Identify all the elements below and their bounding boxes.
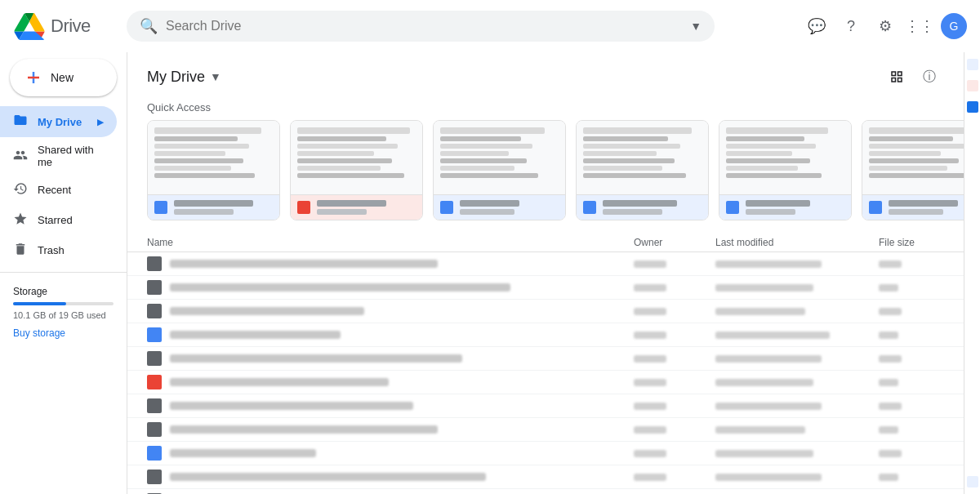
file-modified-cell xyxy=(715,474,879,481)
nav-label-trash: Trash xyxy=(38,244,65,256)
quick-access-label: Quick Access xyxy=(127,98,964,120)
search-input[interactable] xyxy=(166,19,682,33)
file-size-cell xyxy=(879,260,944,268)
logo-area: Drive xyxy=(0,13,127,40)
table-row[interactable] xyxy=(127,418,964,442)
file-size-cell xyxy=(879,284,944,292)
card-thumbnail xyxy=(862,121,964,194)
drive-title-bar: My Drive ▼ ⓘ xyxy=(127,52,964,98)
file-name-blur xyxy=(170,449,316,457)
table-row[interactable] xyxy=(127,252,964,276)
file-size-cell xyxy=(879,426,944,434)
file-list-header: Name Owner Last modified File size xyxy=(127,234,964,252)
file-name-cell xyxy=(147,375,634,389)
file-owner-blur xyxy=(634,426,666,434)
table-row[interactable] xyxy=(127,465,964,489)
card-footer xyxy=(148,194,279,220)
apps-icon-btn[interactable]: ⋮⋮ xyxy=(903,10,936,42)
search-bar[interactable]: 🔍 ▼ xyxy=(127,11,715,42)
storage-section: Storage 10.1 GB of 19 GB used Buy storag… xyxy=(0,279,127,345)
info-btn[interactable]: ⓘ xyxy=(915,62,944,91)
panel-icon-4[interactable] xyxy=(967,476,978,487)
table-row[interactable] xyxy=(127,276,964,300)
card-thumbnail xyxy=(719,121,851,194)
file-type-icon xyxy=(147,304,162,318)
table-row[interactable] xyxy=(127,300,964,323)
file-name-blur xyxy=(170,473,486,481)
quick-card[interactable] xyxy=(147,120,280,220)
card-doc-icon xyxy=(440,201,453,214)
file-name-cell xyxy=(147,280,634,295)
nav-item-recent[interactable]: Recent xyxy=(0,175,117,205)
file-owner-blur xyxy=(634,450,666,457)
file-owner-blur xyxy=(634,379,666,386)
file-modified-blur xyxy=(715,332,830,339)
file-size-cell xyxy=(879,332,944,339)
avatar[interactable]: G xyxy=(941,13,967,39)
table-row[interactable] xyxy=(127,323,964,347)
file-owner-cell xyxy=(634,308,715,315)
file-name-cell xyxy=(147,327,634,342)
panel-icon-3[interactable] xyxy=(967,101,978,113)
quick-card[interactable] xyxy=(433,120,566,220)
feedback-icon-btn[interactable]: 💬 xyxy=(800,10,833,42)
quick-card[interactable] xyxy=(719,120,852,220)
file-owner-blur xyxy=(634,332,666,339)
file-type-icon xyxy=(147,327,162,342)
quick-card[interactable] xyxy=(862,120,964,220)
table-row[interactable] xyxy=(127,442,964,465)
file-modified-cell xyxy=(715,426,879,434)
storage-bar-bg xyxy=(13,302,114,305)
file-type-icon xyxy=(147,398,162,413)
file-modified-cell xyxy=(715,332,879,339)
panel-icon-1[interactable] xyxy=(967,59,978,70)
quick-card[interactable] xyxy=(576,120,709,220)
drive-title-text: My Drive xyxy=(147,69,205,86)
header-size: File size xyxy=(879,237,944,248)
file-modified-blur xyxy=(715,308,805,315)
right-panel xyxy=(964,52,980,494)
quick-card[interactable] xyxy=(290,120,423,220)
card-footer xyxy=(291,194,422,220)
card-thumbnail xyxy=(291,121,422,194)
search-icon: 🔍 xyxy=(140,17,158,35)
file-owner-blur xyxy=(634,355,666,363)
trash-icon xyxy=(13,242,28,259)
search-dropdown-icon[interactable]: ▼ xyxy=(690,20,702,33)
buy-storage-link[interactable]: Buy storage xyxy=(13,327,65,339)
file-list xyxy=(127,252,964,494)
file-size-blur xyxy=(879,450,902,457)
new-plus-icon xyxy=(24,69,42,87)
file-modified-cell xyxy=(715,450,879,457)
file-size-cell xyxy=(879,379,944,386)
card-doc-icon xyxy=(726,201,739,214)
table-row[interactable] xyxy=(127,371,964,394)
drive-title-chevron: ▼ xyxy=(210,70,221,83)
new-button-label: New xyxy=(51,71,74,84)
file-type-icon xyxy=(147,422,162,437)
nav-label-starred: Starred xyxy=(38,214,73,226)
file-owner-cell xyxy=(634,426,715,434)
nav-item-shared[interactable]: Shared with me xyxy=(0,137,117,175)
file-owner-cell xyxy=(634,403,715,410)
file-name-blur xyxy=(170,307,364,315)
help-icon-btn[interactable]: ? xyxy=(835,10,867,42)
new-button[interactable]: New xyxy=(10,59,117,96)
grid-view-btn[interactable] xyxy=(882,62,911,91)
nav-item-my-drive[interactable]: My Drive ▶ xyxy=(0,106,117,137)
file-name-cell xyxy=(147,422,634,437)
table-row[interactable] xyxy=(127,489,964,494)
nav-item-starred[interactable]: Starred xyxy=(0,205,117,235)
panel-icon-2[interactable] xyxy=(967,80,978,91)
file-size-cell xyxy=(879,403,944,410)
table-row[interactable] xyxy=(127,347,964,371)
drive-title[interactable]: My Drive ▼ xyxy=(147,69,221,86)
settings-icon-btn[interactable]: ⚙ xyxy=(869,10,902,42)
file-size-cell xyxy=(879,355,944,363)
table-row[interactable] xyxy=(127,394,964,418)
card-doc-icon xyxy=(869,201,882,214)
file-name-blur xyxy=(170,283,510,292)
quick-access-grid xyxy=(127,120,964,234)
nav-item-trash[interactable]: Trash xyxy=(0,235,117,265)
storage-label: Storage xyxy=(13,286,114,297)
